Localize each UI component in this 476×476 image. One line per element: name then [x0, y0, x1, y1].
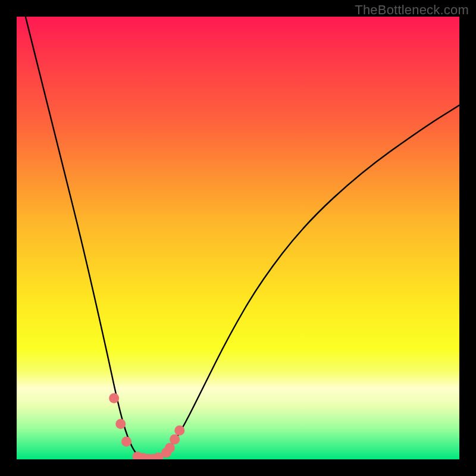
curve-marker [174, 425, 184, 436]
curve-marker [115, 419, 126, 429]
chart-frame: TheBottleneck.com [0, 0, 476, 476]
plot-area [17, 17, 459, 459]
curve-marker [170, 434, 180, 444]
curve-layer [17, 17, 459, 459]
watermark-text: TheBottleneck.com [355, 2, 469, 18]
curve-marker [121, 437, 131, 447]
curve-markers [109, 393, 184, 459]
curve-marker [165, 443, 175, 453]
bottleneck-curve [26, 17, 459, 459]
curve-marker [109, 393, 119, 403]
